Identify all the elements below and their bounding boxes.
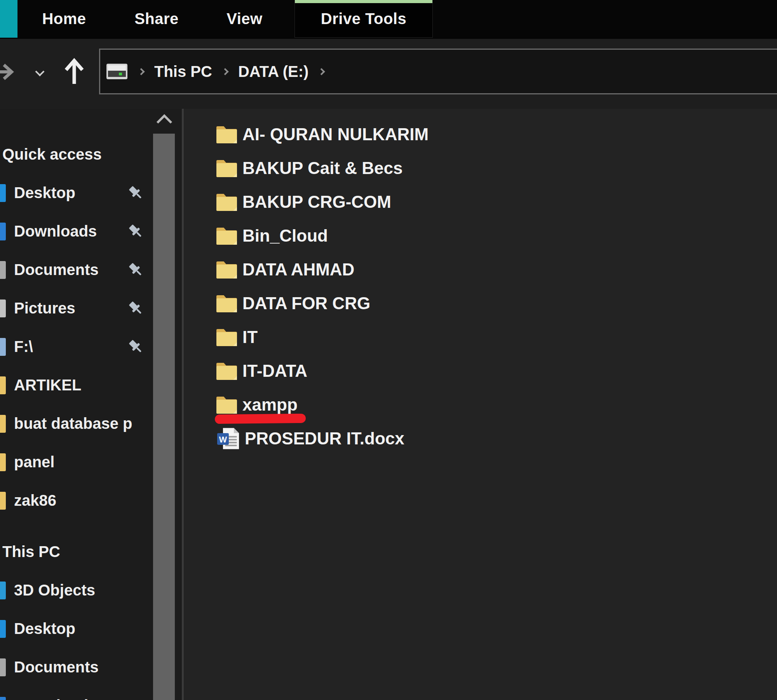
folder-icon	[216, 359, 238, 383]
red-underline-annotation	[215, 414, 306, 424]
file-row-ai-quran-nulkarim[interactable]: AI- QURAN NULKARIM	[216, 117, 777, 151]
sidebar-section-label: This PC	[2, 543, 60, 561]
sidebar-item-icon	[0, 415, 6, 433]
sidebar-item-downloads[interactable]: Downloads	[0, 686, 152, 700]
word-document-icon: W	[216, 427, 240, 450]
sidebar-item-label: Pictures	[14, 300, 75, 317]
file-row-it[interactable]: IT	[216, 320, 777, 354]
sidebar-item-icon	[0, 582, 6, 599]
navigation-bar: This PC DATA (E:)	[0, 39, 777, 109]
pin-icon	[127, 184, 145, 202]
sidebar-item-icon	[0, 658, 6, 676]
folder-icon	[216, 326, 238, 349]
pin-icon	[127, 222, 145, 241]
sidebar-item-label: Downloads	[14, 697, 97, 700]
sidebar-item-buat-database-p[interactable]: buat database p	[0, 404, 152, 443]
file-row-data-for-crg[interactable]: DATA FOR CRG	[216, 286, 777, 320]
sidebar-section-header-quick-access[interactable]: Quick access	[0, 135, 152, 174]
sidebar-item-label: Downloads	[14, 223, 97, 240]
up-button-icon[interactable]	[61, 57, 87, 86]
sidebar-item-desktop[interactable]: Desktop	[0, 174, 152, 212]
pin-icon	[127, 299, 145, 318]
sidebar-item-icon	[0, 620, 6, 638]
sidebar-item-artikel[interactable]: ARTIKEL	[0, 366, 152, 404]
file-name: xampp	[242, 395, 298, 414]
file-row-bakup-cait-becs[interactable]: BAKUP Cait & Becs	[216, 151, 777, 185]
tab-share[interactable]: Share	[131, 0, 182, 38]
folder-icon	[216, 292, 238, 315]
folder-icon	[216, 258, 238, 281]
sidebar-item-documents[interactable]: Documents	[0, 648, 152, 686]
sidebar-item-label: F:\	[14, 338, 33, 355]
file-row-xampp[interactable]: xampp	[216, 388, 777, 421]
sidebar-item-icon	[0, 697, 6, 700]
file-name: PROSEDUR IT.docx	[245, 429, 404, 448]
sidebar-item-f[interactable]: F:\	[0, 327, 152, 366]
file-name: DATA FOR CRG	[242, 294, 370, 313]
sidebar-item-downloads[interactable]: Downloads	[0, 212, 152, 251]
tab-drive-tools-label: Drive Tools	[321, 10, 406, 28]
sidebar-item-icon	[0, 338, 6, 356]
file-name: BAKUP CRG-COM	[242, 192, 391, 212]
window-accent-block	[0, 0, 17, 38]
folder-icon	[216, 157, 238, 180]
sidebar-item-zak86[interactable]: zak86	[0, 481, 152, 520]
file-name: Bin_Cloud	[242, 226, 328, 246]
file-row-bin-cloud[interactable]: Bin_Cloud	[216, 219, 777, 252]
breadcrumb-drive[interactable]: DATA (E:)	[238, 63, 308, 80]
breadcrumb-chevron-icon	[138, 68, 145, 75]
file-name: IT-DATA	[242, 361, 307, 381]
file-row-prosedur-it-docx[interactable]: W PROSEDUR IT.docx	[216, 421, 777, 455]
tab-home[interactable]: Home	[39, 0, 89, 38]
sidebar-item-label: Documents	[14, 658, 99, 676]
sidebar-item-icon	[0, 223, 6, 240]
folder-icon	[216, 123, 238, 146]
sidebar-section-header-this-pc[interactable]: This PC	[0, 533, 152, 571]
recent-locations-chevron-icon[interactable]	[35, 67, 44, 76]
sidebar-item-icon	[0, 300, 6, 317]
sidebar-item-3d-objects[interactable]: 3D Objects	[0, 571, 152, 609]
svg-text:W: W	[219, 435, 227, 444]
sidebar-item-label: 3D Objects	[14, 582, 95, 599]
file-row-it-data[interactable]: IT-DATA	[216, 354, 777, 388]
file-name: AI- QURAN NULKARIM	[242, 125, 429, 144]
sidebar-item-documents[interactable]: Documents	[0, 251, 152, 289]
content-area: Quick access Desktop Downloads Documents	[0, 109, 777, 700]
sidebar-item-label: ARTIKEL	[14, 376, 81, 394]
pin-icon	[127, 261, 145, 279]
sidebar-item-icon	[0, 492, 6, 510]
file-name: DATA AHMAD	[242, 260, 354, 279]
sidebar-item-icon	[0, 453, 6, 471]
sidebar-item-pictures[interactable]: Pictures	[0, 289, 152, 327]
sidebar-item-icon	[0, 376, 6, 394]
address-bar[interactable]: This PC DATA (E:)	[99, 49, 777, 94]
forward-button-icon[interactable]	[0, 60, 19, 84]
sidebar-item-desktop[interactable]: Desktop	[0, 609, 152, 648]
file-name: BAKUP Cait & Becs	[242, 158, 402, 178]
sidebar-section-label: Quick access	[2, 146, 102, 163]
navigation-pane: Quick access Desktop Downloads Documents	[0, 109, 152, 700]
pin-icon	[127, 338, 145, 356]
tab-view[interactable]: View	[222, 0, 267, 38]
scrollbar-thumb[interactable]	[153, 134, 175, 700]
sidebar-item-icon	[0, 184, 6, 202]
file-row-data-ahmad[interactable]: DATA AHMAD	[216, 252, 777, 286]
file-name: IT	[242, 327, 258, 347]
tab-drive-tools[interactable]: Drive Tools	[294, 0, 433, 38]
folder-icon	[216, 224, 238, 247]
file-explorer-window: Home Share View Drive Tools This PC	[0, 0, 777, 700]
file-row-bakup-crg-com[interactable]: BAKUP CRG-COM	[216, 185, 777, 219]
contextual-tab-accent	[295, 0, 432, 3]
folder-icon	[216, 393, 238, 416]
sidebar-item-label: Desktop	[14, 184, 75, 202]
sidebar-item-panel[interactable]: panel	[0, 443, 152, 481]
file-list-pane: AI- QURAN NULKARIM BAKUP Cait & Becs BAK…	[184, 109, 777, 700]
scrollbar-up-icon[interactable]	[155, 113, 173, 125]
folder-icon	[216, 190, 238, 214]
breadcrumb-this-pc[interactable]: This PC	[154, 63, 212, 80]
drive-icon	[106, 62, 128, 81]
sidebar-item-label: zak86	[14, 492, 56, 509]
sidebar-scrollbar[interactable]	[152, 109, 176, 700]
sidebar-item-icon	[0, 261, 6, 279]
ribbon-tab-bar: Home Share View Drive Tools	[0, 0, 777, 39]
